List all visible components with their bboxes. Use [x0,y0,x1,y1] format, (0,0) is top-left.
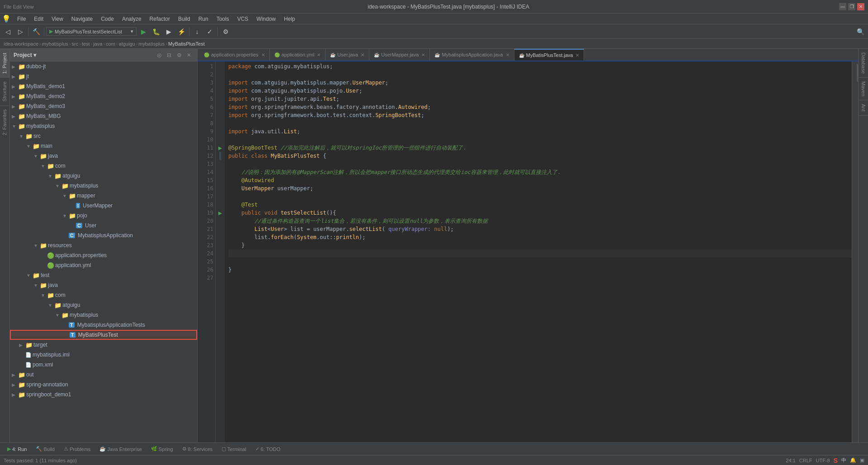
tab-mybatisplus-test[interactable]: ☕ MyBatisPlusTest.java ✕ [514,49,585,61]
gutter-19[interactable]: ▶ [216,209,225,217]
vcs-update-button[interactable]: ↓ [191,26,203,38]
window-controls[interactable]: — ❐ ✕ [839,3,864,10]
menu-file[interactable]: File [14,15,29,23]
sidebar-tab-project[interactable]: 1: Project [0,49,9,77]
bottom-tab-spring[interactable]: 🌿 Spring [147,445,177,453]
tree-item-test-atguigu[interactable]: ▼ 📁 atguigu [10,300,197,310]
tree-item-mybatis-demo2[interactable]: ▶ 📁 MyBatis_demo2 [10,91,197,101]
bottom-tab-java-enterprise[interactable]: ☕ Java Enterprise [96,445,145,453]
bottom-tab-todo[interactable]: ✓ 6: TODO [252,445,284,453]
breadcrumb-workspace[interactable]: idea-workspace [4,41,38,47]
menu-navigate[interactable]: Navigate [68,15,96,23]
tree-item-mapper[interactable]: ▼ 📁 mapper [10,191,197,201]
tree-item-main-java[interactable]: ▼ 📁 java [10,151,197,161]
tree-item-pom-xml[interactable]: 📄 pom.xml [10,360,197,370]
code-editor[interactable]: 1 2 3 4 5 6 7 8 9 10 11 12 13 14 15 16 1… [198,61,858,442]
tree-item-mybatisplus-app[interactable]: C MybatisplusApplication [10,230,197,240]
tree-item-springboot-demo1[interactable]: ▶ 📁 springboot_demo1 [10,390,197,399]
close-tab-button[interactable]: ✕ [361,52,364,57]
menu-analyze[interactable]: Analyze [118,15,145,23]
forward-button[interactable]: ▷ [14,26,26,38]
breadcrumb-src[interactable]: src [71,41,78,47]
close-tab-button[interactable]: ✕ [506,52,509,57]
minimize-button[interactable]: — [839,3,846,10]
menu-build[interactable]: Build [175,15,194,23]
close-tab-button[interactable]: ✕ [317,52,321,57]
coverage-button[interactable]: ▶ [163,26,175,38]
bottom-tab-services[interactable]: ⚙ 8: Services [179,445,216,453]
sidebar-tab-structure[interactable]: Structure [0,77,9,105]
tree-item-app-yml[interactable]: 🟢 application.yml [10,260,197,270]
project-settings-button[interactable]: ⚙ [175,51,184,60]
tree-item-mybatisplus-pkg[interactable]: ▼ 📁 mybatisplus [10,181,197,191]
close-tab-button[interactable]: ✕ [576,53,579,58]
bottom-tab-build[interactable]: 🔨 Build [32,445,58,453]
run-button[interactable]: ▶ [137,26,149,38]
menu-vcs[interactable]: VCS [234,15,252,23]
menu-help[interactable]: Help [280,15,299,23]
tree-item-test-mybatisplus[interactable]: ▼ 📁 mybatisplus [10,310,197,320]
breadcrumb-test[interactable]: test [82,41,90,47]
breadcrumb-file[interactable]: MyBatisPlusTest [168,41,205,47]
maximize-button[interactable]: ❐ [848,3,855,10]
hide-panel-button[interactable]: ✕ [184,51,193,60]
profile-button[interactable]: ⚡ [175,26,187,38]
tree-item-spring-annotation[interactable]: ▶ 📁 spring-annotation [10,380,197,390]
search-everywhere-button[interactable]: 🔍 [854,26,866,38]
locate-file-button[interactable]: ◎ [155,51,164,60]
tab-application-properties[interactable]: 🟢 application.properties ✕ [199,49,270,61]
tree-item-jt[interactable]: ▶ 📁 jt [10,71,197,81]
menu-tools[interactable]: Tools [213,15,233,23]
gutter-11[interactable]: ▶ [216,144,225,152]
breadcrumb-mybatisplus2[interactable]: mybatisplus [138,41,165,47]
close-tab-button[interactable]: ✕ [261,52,265,57]
tree-item-com[interactable]: ▼ 📁 com [10,161,197,171]
tree-item-target[interactable]: ▶ 📁 target [10,340,197,350]
tab-application-yml[interactable]: 🟢 application.yml ✕ [270,49,326,61]
breadcrumb-com[interactable]: com [106,41,115,47]
tab-mybatisplus-app[interactable]: ☕ MybatisplusApplication.java ✕ [430,49,514,61]
sidebar-tab-ant[interactable]: Ant [859,100,868,116]
menu-refactor[interactable]: Refactor [146,15,174,23]
tree-item-mybatisplus-iml[interactable]: 📄 mybatisplus.iml [10,350,197,360]
bottom-tab-problems[interactable]: ⚠ Problems [60,445,94,453]
bottom-tab-run[interactable]: ▶ 4: Run [4,445,30,453]
tree-item-app-tests[interactable]: T MybatisplusApplicationTests [10,320,197,330]
tree-item-src[interactable]: ▼ 📁 src [10,131,197,141]
tree-item-dubbo-jt[interactable]: ▶ 📁 dubbo-jt [10,61,197,71]
tree-item-usermapper[interactable]: I UserMapper [10,201,197,211]
settings-button[interactable]: ⚙ [220,26,231,38]
tree-item-user[interactable]: C User [10,221,197,230]
tree-item-mybatis-demo3[interactable]: ▶ 📁 MyBatis_demo3 [10,101,197,111]
menu-edit[interactable]: Edit [30,15,47,23]
sidebar-tab-database[interactable]: Database [859,49,868,78]
breadcrumb-java[interactable]: java [93,41,102,47]
tree-item-test-java[interactable]: ▼ 📁 java [10,280,197,290]
vcs-commit-button[interactable]: ✓ [204,26,216,38]
tree-item-resources[interactable]: ▼ 📁 resources [10,240,197,250]
tab-user-java[interactable]: ☕ User.java ✕ [326,49,369,61]
tree-item-mybatisplus-test[interactable]: T MyBatisPlusTest [10,330,197,340]
build-button[interactable]: 🔨 [30,26,42,38]
sidebar-tab-favorites[interactable]: 2: Favorites [0,105,9,139]
tab-usermapper-java[interactable]: ☕ UserMapper.java ✕ [369,49,430,61]
menu-run[interactable]: Run [195,15,212,23]
tree-item-mybatis-demo1[interactable]: ▶ 📁 MyBatis_demo1 [10,81,197,91]
tree-item-test-com[interactable]: ▼ 📁 com [10,290,197,300]
sidebar-tab-maven[interactable]: Maven [859,78,868,100]
tree-item-atguigu[interactable]: ▼ 📁 atguigu [10,171,197,181]
code-content[interactable]: package com.atguigu.mybatisplus; import … [225,61,852,442]
tree-item-out[interactable]: ▶ 📁 out [10,370,197,380]
menu-window[interactable]: Window [253,15,279,23]
tree-item-test[interactable]: ▼ 📁 test [10,270,197,280]
editor-scrollbar[interactable] [852,61,858,442]
collapse-all-button[interactable]: ⊟ [165,51,174,60]
breadcrumb-mybatisplus[interactable]: mybatisplus [42,41,68,47]
bottom-tab-terminal[interactable]: ▢ Terminal [218,445,250,453]
tree-item-mybatisplus[interactable]: ▼ 📁 mybatisplus [10,121,197,131]
tree-item-mybatis-mbg[interactable]: ▶ 📁 MyBatis_MBG [10,111,197,121]
close-button[interactable]: ✕ [857,3,864,10]
menu-code[interactable]: Code [97,15,118,23]
run-config-selector[interactable]: ▶ MyBatisPlusTest.testSelectList ▾ [46,27,137,36]
breadcrumb-atguigu[interactable]: atguigu [119,41,135,47]
